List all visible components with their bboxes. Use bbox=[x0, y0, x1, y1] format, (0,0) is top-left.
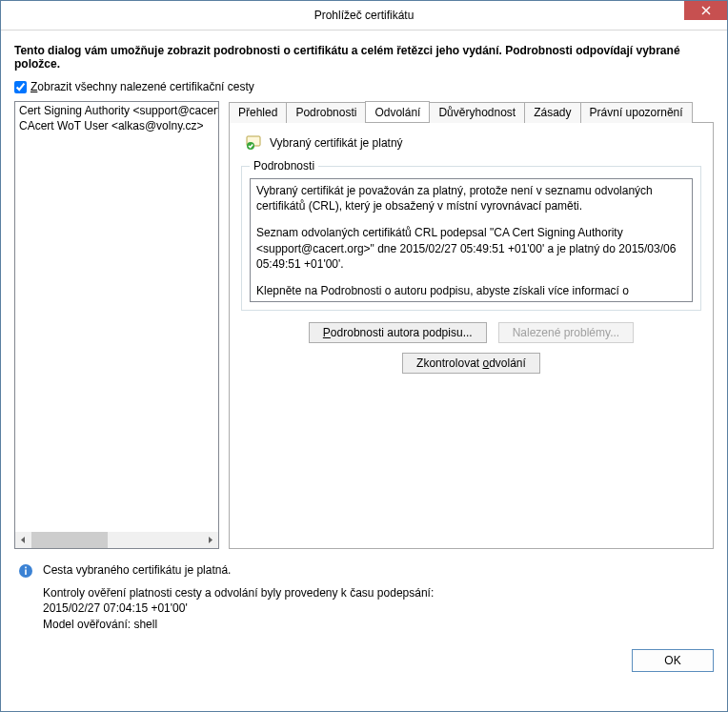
show-all-paths-row: Zobrazit všechny nalezené certifikační c… bbox=[14, 80, 714, 93]
cert-chain-items: Cert Signing Authority <support@cacert.o… bbox=[15, 102, 218, 532]
scroll-right-arrow-icon[interactable] bbox=[202, 532, 218, 548]
tab-overview[interactable]: Přehled bbox=[229, 102, 287, 123]
footer-info: Cesta vybraného certifikátu je platná. K… bbox=[14, 562, 714, 632]
tab-revocation[interactable]: Odvolání bbox=[365, 101, 430, 122]
footer-line: Kontroly ověření platnosti cesty a odvol… bbox=[43, 585, 714, 600]
status-row: Vybraný certifikát je platný bbox=[245, 134, 701, 152]
tab-area: Přehled Podrobnosti Odvolání Důvěryhodno… bbox=[229, 101, 714, 549]
details-paragraph: Vybraný certifikát je považován za platn… bbox=[256, 183, 686, 214]
list-horizontal-scrollbar[interactable] bbox=[15, 532, 218, 548]
footer-line: Cesta vybraného certifikátu je platná. bbox=[43, 562, 714, 578]
window-title: Prohlížeč certifikátu bbox=[1, 9, 727, 22]
svg-marker-3 bbox=[209, 537, 212, 543]
details-legend: Podrobnosti bbox=[250, 159, 318, 173]
scrollbar-track[interactable] bbox=[31, 532, 202, 548]
close-icon bbox=[701, 5, 711, 17]
footer-line: 2015/02/27 07:04:15 +01'00' bbox=[43, 600, 714, 616]
details-paragraph: Klepněte na Podrobnosti o autoru podpisu… bbox=[256, 283, 686, 298]
check-revocation-button[interactable]: Zkontrolovat odvolání bbox=[402, 353, 540, 374]
bottom-buttons: OK bbox=[14, 649, 714, 672]
footer-line: Model ověřování: shell bbox=[43, 617, 714, 632]
dialog-window: Prohlížeč certifikátu Tento dialog vám u… bbox=[0, 0, 728, 712]
list-item[interactable]: Cert Signing Authority <support@cacert.o… bbox=[17, 103, 216, 118]
cert-chain-list[interactable]: Cert Signing Authority <support@cacert.o… bbox=[14, 101, 219, 549]
tab-legal[interactable]: Právní upozornění bbox=[580, 102, 693, 123]
footer-text: Cesta vybraného certifikátu je platná. K… bbox=[43, 562, 714, 632]
tab-policies[interactable]: Zásady bbox=[524, 102, 580, 123]
show-all-paths-label[interactable]: Zobrazit všechny nalezené certifikační c… bbox=[30, 80, 254, 93]
valid-certificate-icon bbox=[245, 134, 262, 152]
tab-details[interactable]: Podrobnosti bbox=[286, 102, 366, 123]
tab-trust[interactable]: Důvěryhodnost bbox=[429, 102, 525, 123]
details-paragraph: Seznam odvolaných certifikátů CRL podeps… bbox=[256, 225, 686, 272]
signer-details-button[interactable]: Podrobnosti autora podpisu... bbox=[309, 322, 487, 343]
intro-text: Tento dialog vám umožňuje zobrazit podro… bbox=[14, 44, 714, 71]
scrollbar-thumb[interactable] bbox=[31, 532, 108, 548]
close-button[interactable] bbox=[684, 1, 727, 20]
titlebar: Prohlížeč certifikátu bbox=[1, 1, 727, 31]
list-item[interactable]: CAcert WoT User <alkas@volny.cz> bbox=[17, 118, 216, 133]
svg-marker-2 bbox=[21, 537, 25, 543]
problems-found-button: Nalezené problémy... bbox=[498, 322, 635, 343]
details-group: Podrobnosti Vybraný certifikát je považo… bbox=[241, 159, 701, 311]
details-buttons: Podrobnosti autora podpisu... Nalezené p… bbox=[241, 322, 701, 374]
show-all-paths-checkbox[interactable] bbox=[14, 81, 27, 93]
details-textbox[interactable]: Vybraný certifikát je považován za platn… bbox=[250, 178, 693, 302]
ok-button[interactable]: OK bbox=[632, 649, 714, 672]
footer: Cesta vybraného certifikátu je platná. K… bbox=[14, 562, 714, 672]
middle-area: Cert Signing Authority <support@cacert.o… bbox=[14, 101, 714, 549]
status-text: Vybraný certifikát je platný bbox=[270, 136, 403, 150]
tab-body: Vybraný certifikát je platný Podrobnosti… bbox=[229, 122, 714, 549]
tab-strip: Přehled Podrobnosti Odvolání Důvěryhodno… bbox=[229, 101, 714, 122]
svg-rect-8 bbox=[25, 567, 27, 569]
info-icon bbox=[18, 563, 33, 579]
content-area: Tento dialog vám umožňuje zobrazit podro… bbox=[1, 31, 727, 711]
svg-rect-7 bbox=[25, 570, 27, 576]
scroll-left-arrow-icon[interactable] bbox=[15, 532, 31, 548]
